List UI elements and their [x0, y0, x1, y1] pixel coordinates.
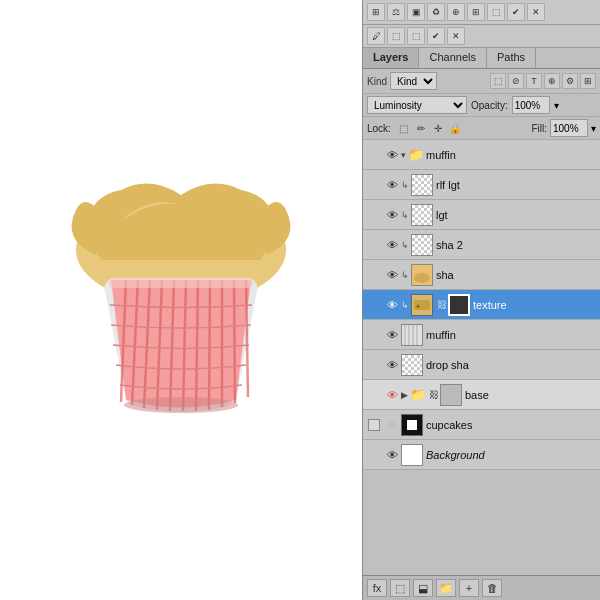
- eye-icon: 👁: [387, 149, 398, 161]
- layer-thumbnail-sha2: [411, 234, 433, 256]
- toolbar-icon-8[interactable]: ✔: [507, 3, 525, 21]
- eye-icon: 👁: [387, 179, 398, 191]
- toolbar-icon-11[interactable]: ⬚: [387, 27, 405, 45]
- toolbar-icon-1[interactable]: ⊞: [367, 3, 385, 21]
- toolbar-icon-5[interactable]: ⊕: [447, 3, 465, 21]
- fill-input[interactable]: [550, 119, 588, 137]
- eye-button-drop-sha[interactable]: 👁: [383, 356, 401, 374]
- layer-item-lgt[interactable]: 👁 ↳ lgt: [363, 200, 600, 230]
- eye-icon: 👁: [387, 359, 398, 371]
- lock-icons: ⬚ ✏ ✛ 🔒: [397, 121, 462, 135]
- blend-mode-select[interactable]: Luminosity: [367, 96, 467, 114]
- toolbar-icon-6[interactable]: ⊞: [467, 3, 485, 21]
- check-area: [365, 296, 383, 314]
- canvas-area: [0, 0, 362, 600]
- kind-icon-text[interactable]: T: [526, 73, 542, 89]
- eye-icon: 👁: [387, 329, 398, 341]
- toolbar-icon-4[interactable]: ♻: [427, 3, 445, 21]
- tab-channels[interactable]: Channels: [419, 48, 486, 68]
- lock-move[interactable]: ✛: [431, 121, 445, 135]
- tab-layers[interactable]: Layers: [363, 48, 419, 68]
- svg-line-8: [209, 280, 210, 410]
- tab-paths[interactable]: Paths: [487, 48, 536, 68]
- check-area: [365, 266, 383, 284]
- group-icon: 📁: [408, 147, 424, 162]
- toolbar-icon-12[interactable]: ⬚: [407, 27, 425, 45]
- layer-item-muffin-group[interactable]: 👁 ▾ 📁 muffin: [363, 140, 600, 170]
- eye-button-base[interactable]: 👁: [383, 386, 401, 404]
- check-area: [365, 206, 383, 224]
- layer-item-muffin-layer[interactable]: 👁 muffin: [363, 320, 600, 350]
- eye-button-sha[interactable]: 👁: [383, 266, 401, 284]
- kind-row: Kind Kind ⬚ ⊘ T ⊕ ⚙ ⊞: [363, 69, 600, 94]
- layer-thumbnail-cupcakes: [401, 414, 423, 436]
- eye-button-rlf-lgt[interactable]: 👁: [383, 176, 401, 194]
- right-panel: ⊞ ⚖ ▣ ♻ ⊕ ⊞ ⬚ ✔ ✕ 🖊 ⬚ ⬚ ✔ ✕ Layers Chann…: [362, 0, 600, 600]
- kind-icon-smart[interactable]: ⚙: [562, 73, 578, 89]
- kind-icon-shape[interactable]: ⊕: [544, 73, 560, 89]
- bottom-btn-group[interactable]: 📁: [436, 579, 456, 597]
- bottom-btn-adjust[interactable]: ⬓: [413, 579, 433, 597]
- layer-item-base[interactable]: 👁 ▶ 📁 ⛓ base: [363, 380, 600, 410]
- check-area: [365, 386, 383, 404]
- lock-paint[interactable]: ✏: [414, 121, 428, 135]
- layer-name-background: Background: [426, 449, 485, 461]
- opacity-label: Opacity:: [471, 100, 508, 111]
- eye-button-muffin-layer[interactable]: 👁: [383, 326, 401, 344]
- lock-transparent[interactable]: ⬚: [397, 121, 411, 135]
- layer-thumbnail-texture: ✦: [411, 294, 433, 316]
- check-area-cupcakes[interactable]: [365, 416, 383, 434]
- toolbar-icon-10[interactable]: 🖊: [367, 27, 385, 45]
- svg-rect-22: [407, 420, 417, 430]
- layer-item-background[interactable]: 👁 Background: [363, 440, 600, 470]
- layer-name-drop-sha: drop sha: [426, 359, 469, 371]
- layer-thumbnail-background: [401, 444, 423, 466]
- toolbar-icon-2[interactable]: ⚖: [387, 3, 405, 21]
- link-curve: ↳: [401, 180, 409, 190]
- kind-icon-adjust[interactable]: ⊘: [508, 73, 524, 89]
- toolbar-icon-13[interactable]: ✔: [427, 27, 445, 45]
- fill-area: Fill: ▾: [531, 119, 596, 137]
- folder-icon-base: 📁: [410, 387, 426, 402]
- opacity-arrow[interactable]: ▾: [554, 100, 559, 111]
- kind-select[interactable]: Kind: [390, 72, 437, 90]
- check-box-cupcakes[interactable]: [368, 419, 380, 431]
- fill-label: Fill:: [531, 123, 547, 134]
- layer-item-rlf-lgt[interactable]: 👁 ↳ rlf lgt: [363, 170, 600, 200]
- eye-button-texture[interactable]: 👁: [383, 296, 401, 314]
- bottom-btn-delete[interactable]: 🗑: [482, 579, 502, 597]
- layer-item-sha[interactable]: 👁 ↳ sha: [363, 260, 600, 290]
- kind-icon-extra[interactable]: ⊞: [580, 73, 596, 89]
- eye-button-background[interactable]: 👁: [383, 446, 401, 464]
- group-arrow: ▾: [401, 150, 406, 160]
- kind-icon-pixel[interactable]: ⬚: [490, 73, 506, 89]
- eye-button-muffin-group[interactable]: 👁: [383, 146, 401, 164]
- bottom-btn-fx[interactable]: fx: [367, 579, 387, 597]
- layer-item-cupcakes[interactable]: 👁 cupcakes: [363, 410, 600, 440]
- check-area: [365, 176, 383, 194]
- fill-arrow[interactable]: ▾: [591, 123, 596, 134]
- check-area: [365, 236, 383, 254]
- layer-mask-base: [440, 384, 462, 406]
- eye-button-lgt[interactable]: 👁: [383, 206, 401, 224]
- bottom-btn-mask[interactable]: ⬚: [390, 579, 410, 597]
- toolbar-icon-7[interactable]: ⬚: [487, 3, 505, 21]
- opacity-input[interactable]: [512, 96, 550, 114]
- layer-thumbnail-muffin: [401, 324, 423, 346]
- layer-item-texture[interactable]: 👁 ↳ ✦ ⛓ texture: [363, 290, 600, 320]
- eye-icon: 👁: [387, 209, 398, 221]
- lock-all[interactable]: 🔒: [448, 121, 462, 135]
- toolbar-icon-14[interactable]: ✕: [447, 27, 465, 45]
- toolbar-icon-3[interactable]: ▣: [407, 3, 425, 21]
- eye-hidden: 👁: [387, 419, 398, 431]
- check-area: [365, 446, 383, 464]
- layer-item-drop-sha[interactable]: 👁 drop sha: [363, 350, 600, 380]
- layer-name-sha: sha: [436, 269, 454, 281]
- layer-name: muffin: [426, 149, 456, 161]
- bottom-btn-new[interactable]: +: [459, 579, 479, 597]
- eye-button-cupcakes[interactable]: 👁: [383, 416, 401, 434]
- eye-button-sha2[interactable]: 👁: [383, 236, 401, 254]
- layer-item-sha2[interactable]: 👁 ↳ sha 2: [363, 230, 600, 260]
- eye-icon: 👁: [387, 299, 398, 311]
- toolbar-icon-9[interactable]: ✕: [527, 3, 545, 21]
